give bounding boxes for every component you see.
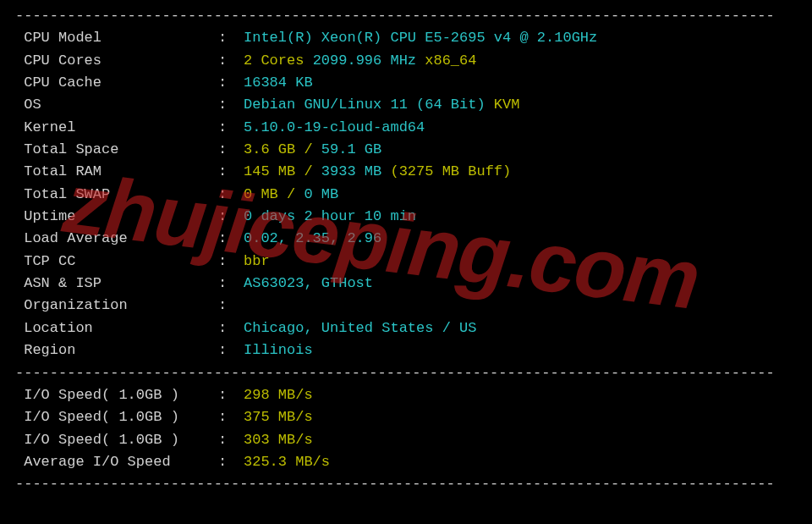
value-part: 145 MB / xyxy=(244,163,321,179)
value-part: 0 MB xyxy=(304,186,338,202)
row-label: CPU Cores xyxy=(15,50,218,72)
info-row: Total SWAP: 0 MB / 0 MB xyxy=(15,184,797,206)
colon: : xyxy=(218,451,244,473)
row-label: Uptime xyxy=(15,206,218,228)
value-part: x86_64 xyxy=(425,52,476,69)
row-value: Intel(R) Xeon(R) CPU E5-2695 v4 @ 2.10GH… xyxy=(244,27,797,49)
value-part: bbr xyxy=(244,253,270,269)
info-row: Kernel: 5.10.0-19-cloud-amd64 xyxy=(15,117,797,139)
row-label: Load Average xyxy=(15,228,218,250)
row-label: TCP CC xyxy=(15,251,218,273)
terminal-output: ----------------------------------------… xyxy=(0,0,812,501)
value-part: 0 days 2 hour 10 min xyxy=(244,208,416,224)
row-label: Location xyxy=(15,317,218,339)
colon: : xyxy=(218,139,244,161)
value-part: Intel(R) Xeon(R) CPU E5-2695 v4 @ 2.10GH… xyxy=(244,30,597,46)
colon: : xyxy=(218,384,244,406)
row-value: 16384 KB xyxy=(244,72,797,94)
value-part: 375 MB/s xyxy=(244,409,313,425)
system-info-section: CPU Model: Intel(R) Xeon(R) CPU E5-2695 … xyxy=(15,27,797,361)
row-label: Total SWAP xyxy=(15,184,218,206)
value-part: Illinois xyxy=(244,342,313,358)
row-label: I/O Speed( 1.0GB ) xyxy=(15,384,218,406)
colon: : xyxy=(218,27,244,49)
value-part: 0 MB / xyxy=(244,186,304,202)
info-row: TCP CC: bbr xyxy=(15,251,797,273)
info-row: Total RAM: 145 MB / 3933 MB (3275 MB Buf… xyxy=(15,161,797,183)
info-row: CPU Cache: 16384 KB xyxy=(15,72,797,94)
row-label: CPU Model xyxy=(15,27,218,49)
colon: : xyxy=(218,228,244,250)
info-row: Load Average: 0.02, 2.35, 2.96 xyxy=(15,228,797,250)
colon: : xyxy=(218,251,244,273)
row-label: Total RAM xyxy=(15,161,218,183)
colon: : xyxy=(218,339,244,361)
row-value: 0.02, 2.35, 2.96 xyxy=(244,228,797,250)
row-value: 303 MB/s xyxy=(244,429,797,451)
colon: : xyxy=(218,161,244,183)
row-label: Region xyxy=(15,339,218,361)
row-value: Debian GNU/Linux 11 (64 Bit) KVM xyxy=(244,94,797,116)
row-label: I/O Speed( 1.0GB ) xyxy=(15,429,218,451)
row-value: 325.3 MB/s xyxy=(244,451,797,473)
io-speed-section: I/O Speed( 1.0GB ): 298 MB/s I/O Speed( … xyxy=(15,384,797,473)
colon: : xyxy=(218,206,244,228)
row-label: OS xyxy=(15,94,218,116)
value-part: 5.10.0-19-cloud-amd64 xyxy=(244,119,425,135)
row-value: bbr xyxy=(244,251,797,273)
row-value: 298 MB/s xyxy=(244,384,797,406)
info-row: I/O Speed( 1.0GB ): 298 MB/s xyxy=(15,384,797,406)
row-label: Kernel xyxy=(15,117,218,139)
row-value: 0 days 2 hour 10 min xyxy=(244,206,797,228)
colon: : xyxy=(218,429,244,451)
info-row: OS: Debian GNU/Linux 11 (64 Bit) KVM xyxy=(15,94,797,116)
row-label: ASN & ISP xyxy=(15,273,218,295)
info-row: I/O Speed( 1.0GB ): 375 MB/s xyxy=(15,406,797,428)
info-row: Uptime: 0 days 2 hour 10 min xyxy=(15,206,797,228)
row-value: 5.10.0-19-cloud-amd64 xyxy=(244,117,797,139)
colon: : xyxy=(218,184,244,206)
value-part: Debian GNU/Linux 11 (64 Bit) xyxy=(244,97,494,113)
row-value xyxy=(244,295,797,317)
row-value: Chicago, United States / US xyxy=(244,317,797,339)
colon: : xyxy=(218,117,244,139)
value-part: 59.1 GB xyxy=(321,141,381,157)
value-part: 0.02, 2.35, 2.96 xyxy=(244,230,381,246)
colon: : xyxy=(218,273,244,295)
info-row: Region: Illinois xyxy=(15,339,797,361)
value-part: 303 MB/s xyxy=(244,432,313,448)
value-part: 2 Cores xyxy=(244,52,313,69)
value-part: 2099.996 MHz xyxy=(313,52,425,69)
info-row: Location: Chicago, United States / US xyxy=(15,317,797,339)
value-part: Chicago, United States / US xyxy=(244,320,476,336)
info-row: Organization: xyxy=(15,295,797,317)
value-part: 16384 KB xyxy=(244,74,313,91)
info-row: CPU Model: Intel(R) Xeon(R) CPU E5-2695 … xyxy=(15,27,797,49)
colon: : xyxy=(218,50,244,72)
value-part: 3.6 GB / xyxy=(244,141,321,157)
row-value: 145 MB / 3933 MB (3275 MB Buff) xyxy=(244,161,797,183)
row-label: CPU Cache xyxy=(15,72,218,94)
colon: : xyxy=(218,72,244,94)
info-row: Average I/O Speed: 325.3 MB/s xyxy=(15,451,797,473)
info-row: CPU Cores: 2 Cores 2099.996 MHz x86_64 xyxy=(15,50,797,72)
row-value: 375 MB/s xyxy=(244,406,797,428)
colon: : xyxy=(218,94,244,116)
colon: : xyxy=(218,317,244,339)
value-part: 298 MB/s xyxy=(244,387,313,403)
colon: : xyxy=(218,406,244,428)
value-part: AS63023, GTHost xyxy=(244,275,373,291)
row-label: I/O Speed( 1.0GB ) xyxy=(15,406,218,428)
value-part: 3933 MB xyxy=(321,163,391,179)
row-label: Average I/O Speed xyxy=(15,451,218,473)
row-value: 2 Cores 2099.996 MHz x86_64 xyxy=(244,50,797,72)
info-row: Total Space: 3.6 GB / 59.1 GB xyxy=(15,139,797,161)
value-part: 325.3 MB/s xyxy=(244,454,330,470)
row-value: 0 MB / 0 MB xyxy=(244,184,797,206)
separator: ----------------------------------------… xyxy=(15,362,797,384)
info-row: ASN & ISP: AS63023, GTHost xyxy=(15,273,797,295)
separator: ----------------------------------------… xyxy=(15,5,797,27)
row-value: 3.6 GB / 59.1 GB xyxy=(244,139,797,161)
value-part: (3275 MB Buff) xyxy=(390,163,511,179)
row-value: AS63023, GTHost xyxy=(244,273,797,295)
